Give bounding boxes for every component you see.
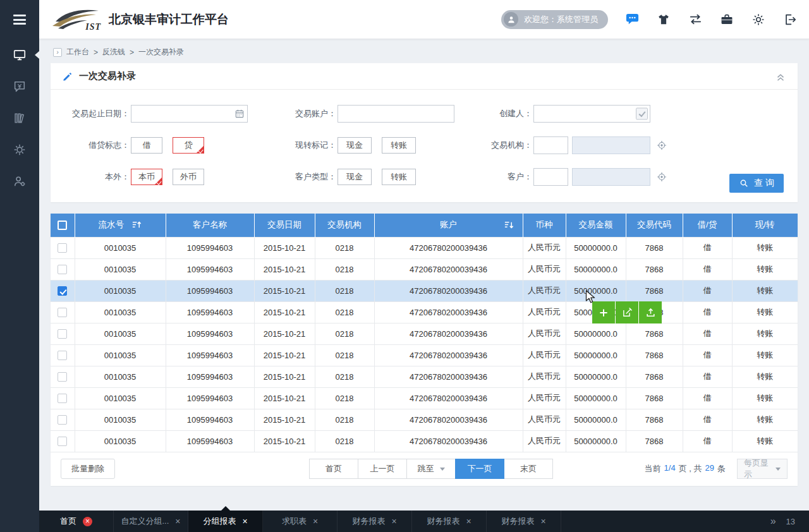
org-code-input[interactable] (533, 136, 568, 154)
sidebar-item-users[interactable] (0, 166, 39, 197)
tab-overflow-icon[interactable]: » (770, 516, 776, 527)
column-header-currency[interactable]: 币种 (523, 214, 566, 237)
tab-5[interactable]: 财务报表× (338, 511, 412, 532)
row-checkbox[interactable] (58, 243, 67, 253)
next-page-button[interactable]: 下一页 (455, 459, 504, 479)
message-icon[interactable] (624, 12, 640, 27)
column-header-cashmark[interactable]: 现/转 (732, 214, 798, 237)
breadcrumb-toggle-icon[interactable]: › (53, 48, 62, 57)
column-header-account[interactable]: 账户 (374, 214, 523, 237)
customer-code-input[interactable] (533, 168, 568, 186)
breadcrumb-item[interactable]: 反洗钱 (102, 47, 125, 57)
tab-close-icon[interactable]: × (466, 517, 471, 526)
creator-input[interactable] (533, 105, 650, 123)
tab-2[interactable]: 自定义分组...× (114, 511, 188, 532)
tab-close-icon[interactable]: × (242, 517, 247, 526)
creator-picker-icon[interactable] (636, 108, 648, 120)
shirt-icon[interactable] (656, 12, 671, 27)
table-row[interactable]: 001003510959946032015-10-210218472067802… (51, 409, 798, 430)
sidebar-item-finance[interactable] (0, 71, 39, 102)
tab-4[interactable]: 求职表× (263, 511, 338, 532)
loan-debit-button[interactable]: 借 (131, 137, 162, 154)
table-row[interactable]: 001003510959946032015-10-210218472067802… (51, 237, 798, 258)
table-row[interactable]: 001003510959946032015-10-210218472067802… (51, 366, 798, 387)
column-header-code[interactable]: 交易代码 (626, 214, 683, 237)
table-row[interactable]: 001003510959946032015-10-210218472067802… (51, 344, 798, 366)
transfer-icon[interactable] (688, 12, 703, 27)
menu-toggle-button[interactable] (0, 0, 39, 39)
date-range-input[interactable] (131, 105, 248, 123)
tab-1[interactable]: 首页× (39, 511, 114, 532)
briefcase-icon[interactable] (719, 12, 734, 27)
tab-label: 财务报表 (501, 516, 534, 527)
table-cell: 50000000.0 (566, 387, 626, 409)
row-checkbox[interactable] (58, 394, 67, 403)
last-page-button[interactable]: 末页 (504, 459, 553, 479)
column-header-customer[interactable]: 客户名称 (166, 214, 254, 237)
customer-picker-icon[interactable] (656, 171, 667, 183)
currency-foreign-button[interactable]: 外币 (173, 169, 204, 185)
tab-close-icon[interactable]: × (175, 517, 180, 526)
row-checkbox[interactable] (58, 308, 67, 317)
user-menu-button[interactable]: 欢迎您：系统管理员 (501, 10, 608, 29)
tab-close-icon[interactable]: × (83, 517, 92, 526)
table-row[interactable]: 001003510959946032015-10-210218472067802… (51, 280, 798, 301)
table-row[interactable]: 001003510959946032015-10-210218472067802… (51, 430, 798, 452)
cash-mark-cash-button[interactable]: 现金 (338, 137, 372, 154)
currency-local-button[interactable]: 本币 (131, 169, 162, 185)
customer-type-transfer-button[interactable]: 转账 (382, 169, 416, 185)
calendar-icon[interactable] (234, 109, 245, 119)
tab-close-icon[interactable]: × (391, 517, 396, 526)
select-all-checkbox[interactable] (58, 221, 67, 230)
table-row[interactable]: 001003510959946032015-10-210218472067802… (51, 258, 798, 280)
column-header-amount[interactable]: 交易金额 (566, 214, 626, 237)
tab-7[interactable]: 财务报表× (487, 511, 561, 532)
settings-icon[interactable] (751, 12, 766, 27)
account-input[interactable] (338, 105, 454, 123)
search-button[interactable]: 查 询 (729, 174, 784, 193)
column-header-date[interactable]: 交易日期 (254, 214, 315, 237)
row-checkbox[interactable] (58, 286, 67, 296)
breadcrumb: › 工作台 > 反洗钱 > 一次交易补录 (53, 47, 184, 57)
edit-row-button[interactable] (616, 301, 638, 323)
tab-close-icon[interactable]: × (540, 517, 545, 526)
column-header-loan[interactable]: 借/贷 (683, 214, 732, 237)
sidebar-item-library[interactable] (0, 102, 39, 134)
table-row[interactable]: 001003510959946032015-10-210218472067802… (51, 301, 798, 323)
sort-asc-icon[interactable] (131, 221, 142, 229)
tab-close-icon[interactable]: × (313, 517, 318, 526)
row-checkbox[interactable] (58, 415, 67, 425)
table-row[interactable]: 001003510959946032015-10-210218472067802… (51, 323, 798, 344)
customer-type-cash-button[interactable]: 现金 (338, 169, 372, 185)
add-row-button[interactable] (592, 301, 615, 323)
row-checkbox[interactable] (58, 351, 67, 360)
row-checkbox-cell (51, 301, 75, 323)
org-picker-icon[interactable] (656, 140, 667, 151)
row-checkbox[interactable] (58, 372, 67, 382)
prev-page-button[interactable]: 上一页 (358, 459, 407, 479)
loan-credit-button[interactable]: 贷 (173, 137, 204, 154)
breadcrumb-item[interactable]: 工作台 (66, 47, 89, 57)
tab-3[interactable]: 分组报表× (188, 511, 263, 532)
upload-row-button[interactable] (639, 301, 662, 323)
logout-icon[interactable] (782, 12, 798, 27)
first-page-button[interactable]: 首页 (309, 459, 358, 479)
cash-mark-transfer-button[interactable]: 转账 (382, 137, 416, 154)
sidebar-item-settings[interactable] (0, 134, 39, 166)
batch-delete-button[interactable]: 批量删除 (61, 459, 115, 479)
sidebar-item-workbench[interactable] (0, 39, 39, 71)
column-header-serial[interactable]: 流水号 (75, 214, 166, 237)
library-icon (13, 111, 27, 125)
row-checkbox[interactable] (58, 265, 67, 274)
row-checkbox[interactable] (58, 437, 67, 446)
collapse-panel-button[interactable] (775, 71, 786, 82)
per-page-select[interactable]: 每页显示 (737, 459, 788, 479)
jump-page-button[interactable]: 跳至 (406, 459, 456, 479)
tab-6[interactable]: 财务报表× (412, 511, 487, 532)
table-cell: 47206780200039436 (374, 344, 523, 366)
table-row[interactable]: 001003510959946032015-10-210218472067802… (51, 387, 798, 409)
row-checkbox-cell (51, 323, 75, 344)
sort-desc-icon[interactable] (504, 221, 514, 229)
row-checkbox[interactable] (58, 329, 67, 339)
column-header-org[interactable]: 交易机构 (315, 214, 374, 237)
